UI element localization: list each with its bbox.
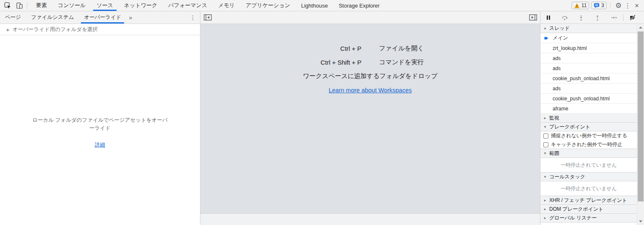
open-file-shortcut: Ctrl + P (200, 45, 370, 52)
message-bubble-icon (594, 3, 600, 8)
toolbar-divider (623, 14, 623, 21)
scroll-up-button[interactable] (637, 24, 644, 31)
details-link[interactable]: 詳細 (95, 142, 105, 148)
call-stack-section-header[interactable]: ▾ コールスタック (540, 172, 637, 181)
learn-more-link[interactable]: Learn more about Workspaces (329, 87, 412, 94)
select-folder-label: オーバーライド用のフォルダを選択 (13, 26, 98, 33)
pause-on-uncaught-exceptions-option[interactable]: 捕捉されない例外で一時停止する (540, 131, 637, 140)
sidebar-tab-page[interactable]: ページ (0, 11, 26, 24)
global-listeners-section: ▸ グローバル リスナー (540, 213, 637, 222)
navigator-tab-bar: ページ ファイルシステム オーバーライド » ⋮ (0, 11, 200, 24)
scrollbar-thumb[interactable] (638, 31, 644, 201)
pause-script-icon[interactable] (544, 13, 553, 22)
scope-not-paused-message: 一時停止されていません (540, 158, 637, 173)
deactivate-breakpoints-icon[interactable] (628, 13, 637, 22)
run-command-label: コマンドを実行 (370, 58, 540, 66)
scroll-down-button[interactable] (637, 218, 644, 225)
debugger-toolbar (540, 11, 644, 24)
messages-badge[interactable]: 3 (591, 2, 607, 9)
navigator-more-menu-icon[interactable]: ⋮ (190, 14, 196, 21)
device-toolbar-icon[interactable] (15, 1, 23, 10)
scope-title: 範囲 (549, 150, 559, 157)
toggle-debugger-sidebar-icon[interactable] (529, 13, 537, 22)
chevron-down-icon: ▾ (543, 151, 547, 155)
workspace-drop-area[interactable]: Ctrl + P ファイルを開く Ctrl + Shift + P コマンドを実… (200, 24, 540, 213)
watch-section-header[interactable]: ▸ 監視 (540, 113, 637, 123)
watch-title: 監視 (549, 115, 559, 122)
plus-icon: + (6, 26, 10, 33)
tab-storage-explorer[interactable]: Storage Explorer (333, 0, 385, 11)
sidebar-tab-overrides[interactable]: オーバーライド (79, 11, 126, 24)
scope-section-header[interactable]: ▾ 範囲 (540, 149, 637, 158)
thread-row[interactable]: zrt_lookup.html (540, 43, 637, 53)
tab-application[interactable]: アプリケーション (240, 0, 296, 11)
run-command-hint: Ctrl + Shift + P コマンドを実行 (200, 55, 540, 69)
checkbox-icon[interactable] (543, 133, 548, 139)
inspect-element-icon[interactable] (3, 1, 12, 10)
global-listeners-section-header[interactable]: ▸ グローバル リスナー (540, 213, 637, 222)
step-icon[interactable] (610, 13, 618, 22)
chevron-right-icon: ▸ (543, 207, 547, 211)
chevron-down-icon: ▾ (543, 26, 547, 31)
global-listeners-title: グローバル リスナー (549, 215, 597, 222)
debugger-pane: ▾ スレッド メイン zrt_lookup.html (540, 11, 644, 225)
scope-section: ▾ 範囲 一時停止されていません (540, 149, 637, 173)
tab-memory[interactable]: メモリ (213, 0, 240, 11)
editor-pane: Ctrl + P ファイルを開く Ctrl + Shift + P コマンドを実… (200, 11, 540, 225)
settings-gear-icon[interactable]: ⚙ (614, 1, 623, 10)
navigator-tab-strip: ページ ファイルシステム オーバーライド (0, 11, 126, 24)
more-tabs-icon[interactable]: » (126, 14, 135, 21)
open-file-hint: Ctrl + P ファイルを開く (200, 42, 540, 55)
devtools-body: ページ ファイルシステム オーバーライド » ⋮ + オーバーライド用のフォルダ… (0, 11, 644, 225)
tab-lighthouse[interactable]: Lighthouse (296, 0, 333, 11)
toolbar-divider (27, 2, 27, 9)
toggle-navigator-icon[interactable] (203, 13, 212, 22)
learn-more-row: Learn more about Workspaces (200, 83, 540, 97)
warning-count: 11 (582, 3, 587, 8)
checkbox-icon[interactable] (543, 142, 548, 147)
tab-performance[interactable]: パフォーマンス (163, 0, 213, 11)
call-stack-section: ▾ コールスタック 一時停止されていません (540, 172, 637, 196)
warning-icon (574, 3, 580, 8)
thread-row[interactable]: ads (540, 84, 637, 94)
chevron-down-icon: ▾ (543, 175, 547, 179)
breakpoints-section: ▾ ブレークポイント 捕捉されない例外で一時停止する キャッチされた例外で一時停… (540, 122, 637, 149)
thread-row[interactable]: cookie_push_onload.html (540, 73, 637, 84)
thread-row[interactable]: ads (540, 53, 637, 63)
main-tab-strip: 要素 コンソール ソース ネットワーク パフォーマンス メモリ アプリケーション… (31, 0, 385, 11)
step-over-icon[interactable] (561, 13, 569, 22)
tab-sources[interactable]: ソース (91, 0, 119, 11)
tab-console[interactable]: コンソール (52, 0, 91, 11)
step-out-icon[interactable] (593, 13, 602, 22)
watch-section: ▸ 監視 (540, 113, 637, 123)
breakpoints-section-header[interactable]: ▾ ブレークポイント (540, 122, 637, 131)
tab-elements[interactable]: 要素 (31, 0, 52, 11)
sidebar-tab-filesystem[interactable]: ファイルシステム (26, 11, 79, 24)
toolbar-divider (610, 2, 610, 9)
pause-on-caught-exceptions-option[interactable]: キャッチされた例外で一時停止 (540, 140, 637, 149)
breakpoints-title: ブレークポイント (549, 123, 590, 131)
thread-row[interactable]: ads (540, 63, 637, 73)
devtools-window: 要素 コンソール ソース ネットワーク パフォーマンス メモリ アプリケーション… (0, 0, 644, 225)
threads-title: スレッド (549, 25, 570, 32)
more-options-icon[interactable]: ⋮ (623, 1, 632, 10)
close-icon[interactable]: ✕ (632, 1, 641, 10)
chevron-right-icon: ▸ (543, 116, 547, 120)
dom-breakpoints-section-header[interactable]: ▸ DOM ブレークポイント (540, 204, 637, 214)
shortcut-hints: Ctrl + P ファイルを開く Ctrl + Shift + P コマンドを実… (200, 42, 540, 97)
debugger-scrollbar[interactable] (637, 24, 644, 225)
threads-section-header[interactable]: ▾ スレッド (540, 24, 637, 33)
dom-breakpoints-section: ▸ DOM ブレークポイント (540, 204, 637, 214)
thread-row-main[interactable]: メイン (540, 33, 637, 43)
warnings-badge[interactable]: 11 (571, 2, 589, 9)
xhr-breakpoints-section-header[interactable]: ▸ XHR / フェッチ ブレークポイント (540, 196, 637, 205)
tab-network[interactable]: ネットワーク (119, 0, 163, 11)
thread-row[interactable]: cookie_push_onload.html (540, 94, 637, 104)
thread-row[interactable]: aframe (540, 104, 637, 114)
toolbar-right-cluster: 11 3 ⚙ ⋮ ✕ (571, 1, 644, 10)
open-file-label: ファイルを開く (370, 44, 540, 52)
step-into-icon[interactable] (577, 13, 585, 22)
select-overrides-folder-button[interactable]: + オーバーライド用のフォルダを選択 (0, 24, 200, 35)
navigator-pane: ページ ファイルシステム オーバーライド » ⋮ + オーバーライド用のフォルダ… (0, 11, 200, 225)
current-thread-arrow-icon (544, 36, 549, 41)
